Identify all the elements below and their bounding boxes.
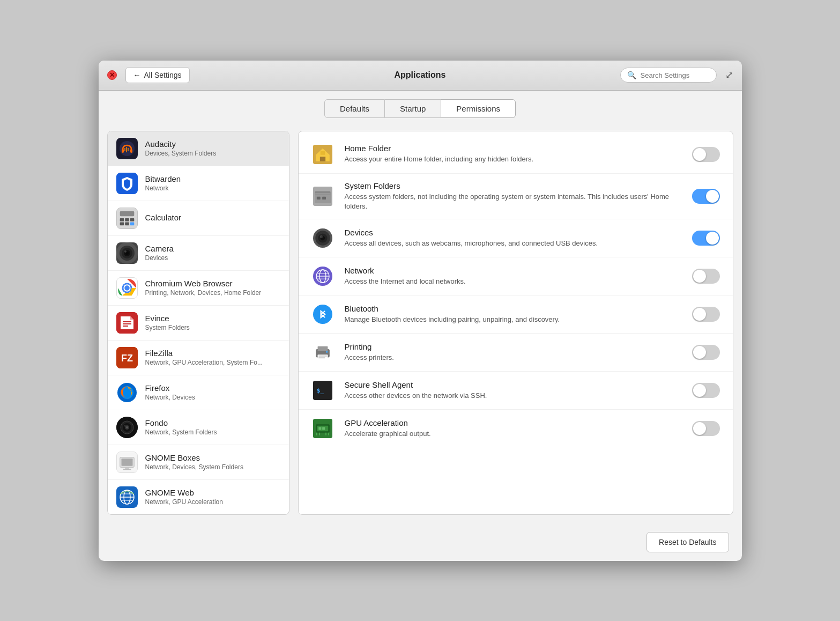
- main-window: ✕ ← All Settings Applications 🔍 ⤢ Defaul…: [99, 61, 742, 561]
- permission-home-folder: Home Folder Access your entire Home fold…: [299, 136, 733, 174]
- search-input[interactable]: [641, 71, 710, 79]
- svg-rect-42: [121, 459, 132, 465]
- home-folder-toggle-knob: [693, 148, 706, 161]
- ssh-desc: Access other devices on the network via …: [345, 391, 681, 401]
- tab-startup[interactable]: Startup: [385, 99, 441, 118]
- close-button[interactable]: ✕: [107, 70, 117, 80]
- home-folder-icon: [311, 143, 334, 166]
- network-toggle[interactable]: [692, 269, 720, 284]
- chromium-icon: [116, 277, 138, 299]
- bluetooth-toggle[interactable]: [692, 307, 720, 322]
- network-desc: Access the Internet and local networks.: [345, 277, 681, 286]
- audacity-subtitle: Devices, System Folders: [145, 150, 217, 157]
- evince-info: Evince System Folders: [145, 314, 190, 331]
- app-item-bitwarden[interactable]: Bitwarden Network: [108, 166, 289, 201]
- content-area: Audacity Devices, System Folders Bitward…: [99, 122, 742, 523]
- home-folder-desc: Access your entire Home folder, includin…: [345, 154, 681, 164]
- home-folder-name: Home Folder: [345, 144, 681, 153]
- gnomeweb-subtitle: Network, GPU Acceleration: [145, 498, 223, 506]
- chromium-info: Chromium Web Browser Printing, Network, …: [145, 279, 262, 297]
- devices-toggle[interactable]: [692, 231, 720, 246]
- filezilla-name: FileZilla: [145, 349, 263, 358]
- evince-name: Evince: [145, 314, 190, 323]
- svg-rect-13: [120, 222, 124, 225]
- tab-bar: Defaults Startup Permissions: [99, 91, 742, 122]
- app-item-firefox[interactable]: Firefox Network, Devices: [108, 375, 289, 410]
- svg-rect-82: [322, 427, 325, 430]
- app-item-chromium[interactable]: Chromium Web Browser Printing, Network, …: [108, 271, 289, 306]
- tab-defaults[interactable]: Defaults: [324, 99, 385, 118]
- app-item-audacity[interactable]: Audacity Devices, System Folders: [108, 131, 289, 166]
- svg-point-1: [120, 141, 135, 156]
- firefox-info: Firefox Network, Devices: [145, 383, 195, 401]
- search-box: 🔍: [620, 68, 717, 83]
- audacity-name: Audacity: [145, 139, 217, 149]
- system-folders-info: System Folders Access system folders, no…: [345, 181, 681, 211]
- window-title: Applications: [394, 70, 445, 80]
- gnomeboxes-subtitle: Network, Devices, System Folders: [145, 463, 243, 471]
- app-list: Audacity Devices, System Folders Bitward…: [107, 131, 289, 515]
- ssh-toggle-knob: [693, 384, 706, 397]
- svg-rect-11: [125, 218, 129, 221]
- audacity-icon: [116, 138, 138, 159]
- reset-defaults-button[interactable]: Reset to Defaults: [646, 532, 729, 552]
- back-label: All Settings: [144, 71, 182, 79]
- app-item-filezilla[interactable]: FZ FileZilla Network, GPU Acceleration, …: [108, 341, 289, 375]
- calculator-name: Calculator: [145, 213, 182, 222]
- bitwarden-subtitle: Network: [145, 184, 181, 192]
- devices-info: Devices Access all devices, such as webc…: [345, 228, 681, 248]
- gpu-info: GPU Acceleration Accelerate graphical ou…: [345, 418, 681, 439]
- gnomeweb-info: GNOME Web Network, GPU Acceleration: [145, 488, 223, 506]
- permission-gpu: GPU Acceleration Accelerate graphical ou…: [299, 410, 733, 447]
- network-info: Network Access the Internet and local ne…: [345, 266, 681, 286]
- gnomeboxes-info: GNOME Boxes Network, Devices, System Fol…: [145, 453, 243, 471]
- system-folders-toggle[interactable]: [692, 189, 720, 204]
- svg-rect-73: [318, 356, 326, 357]
- home-folder-info: Home Folder Access your entire Home fold…: [345, 144, 681, 164]
- expand-button[interactable]: ⤢: [725, 69, 733, 81]
- devices-icon: [311, 227, 334, 249]
- printing-icon: [311, 341, 334, 364]
- app-item-fondo[interactable]: Fondo Network, System Folders: [108, 410, 289, 445]
- app-item-camera[interactable]: Camera Devices: [108, 236, 289, 271]
- permission-printing: Printing Access printers.: [299, 334, 733, 372]
- gpu-desc: Accelerate graphical output.: [345, 429, 681, 439]
- gnomeboxes-icon: [116, 452, 138, 473]
- network-toggle-knob: [693, 270, 706, 283]
- tab-permissions[interactable]: Permissions: [441, 99, 516, 118]
- svg-rect-71: [317, 346, 328, 351]
- firefox-icon: [116, 382, 138, 403]
- app-item-evince[interactable]: Evince System Folders: [108, 306, 289, 341]
- svg-point-39: [124, 425, 125, 426]
- svg-point-21: [124, 250, 127, 253]
- svg-rect-12: [130, 218, 134, 221]
- bitwarden-icon: [116, 173, 138, 194]
- footer: Reset to Defaults: [99, 523, 742, 561]
- gnomeweb-name: GNOME Web: [145, 488, 223, 497]
- evince-icon: [116, 312, 138, 334]
- back-button[interactable]: ← All Settings: [125, 67, 190, 83]
- app-item-calculator[interactable]: Calculator: [108, 201, 289, 236]
- ssh-toggle[interactable]: [692, 383, 720, 398]
- svg-point-62: [319, 235, 322, 238]
- printing-toggle[interactable]: [692, 345, 720, 360]
- filezilla-icon: FZ: [116, 347, 138, 368]
- fondo-icon: [116, 417, 138, 438]
- printing-desc: Access printers.: [345, 353, 681, 363]
- ssh-icon: $_: [311, 379, 334, 402]
- devices-desc: Access all devices, such as webcams, mic…: [345, 239, 681, 248]
- permission-devices: Devices Access all devices, such as webc…: [299, 219, 733, 257]
- system-folders-icon: [311, 185, 334, 208]
- calculator-info: Calculator: [145, 213, 182, 223]
- gpu-toggle[interactable]: [692, 421, 720, 436]
- svg-rect-56: [316, 197, 320, 199]
- fondo-info: Fondo Network, System Folders: [145, 418, 217, 436]
- svg-text:FZ: FZ: [121, 353, 133, 364]
- app-item-gnomeweb[interactable]: GNOME Web Network, GPU Acceleration: [108, 480, 289, 514]
- system-folders-name: System Folders: [345, 181, 681, 190]
- svg-text:$_: $_: [316, 387, 324, 394]
- home-folder-toggle[interactable]: [692, 147, 720, 162]
- bluetooth-name: Bluetooth: [345, 304, 681, 313]
- app-item-gnomeboxes[interactable]: GNOME Boxes Network, Devices, System Fol…: [108, 445, 289, 480]
- printing-toggle-knob: [693, 346, 706, 359]
